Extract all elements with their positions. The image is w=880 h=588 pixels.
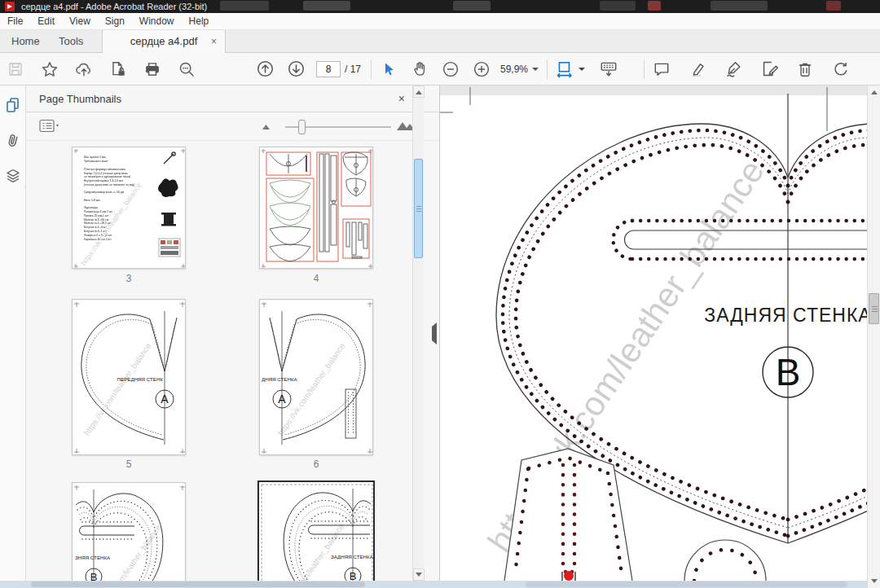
highlight-button[interactable]: [685, 57, 710, 81]
favorites-button[interactable]: [37, 57, 62, 81]
page-thumbnails-panel-button[interactable]: [4, 96, 22, 114]
delete-pages-button[interactable]: [793, 57, 817, 81]
collapse-panel-button[interactable]: [428, 327, 437, 341]
panel-scroll-up-button[interactable]: [413, 86, 425, 98]
zoom-dropdown-caret-icon[interactable]: [532, 68, 539, 74]
page-pencil-icon: [760, 59, 779, 78]
title-bar: сердце a4.pdf - Adobe Acrobat Reader (32…: [0, 0, 880, 13]
tab-tools[interactable]: Tools: [47, 30, 95, 53]
navigation-rail: [0, 86, 26, 581]
arrow-down-icon: [416, 573, 422, 580]
rotate-pages-button[interactable]: [829, 57, 853, 81]
tab-home[interactable]: Home: [0, 30, 51, 53]
svg-text:ПЕРЕДНЯЯ СТЕНК: ПЕРЕДНЯЯ СТЕНК: [117, 376, 164, 382]
minus-circle-icon: [442, 60, 460, 78]
thumbnail-page-4-number[interactable]: 4: [259, 273, 373, 284]
document-scrollbar-thumb[interactable]: [869, 293, 879, 324]
protect-file-button[interactable]: [106, 57, 130, 81]
acrobat-app-icon: [5, 2, 15, 11]
toolbar-separator: [371, 59, 372, 79]
fountain-pen-icon: [724, 59, 743, 78]
scroll-up-button[interactable]: [868, 86, 880, 99]
layers-panel-button[interactable]: [4, 167, 22, 185]
document-scrollbar[interactable]: [867, 86, 880, 588]
share-file-button[interactable]: [72, 57, 96, 81]
document-view[interactable]: https://vk.com/leather_balance: [440, 86, 867, 581]
menu-help[interactable]: Help: [182, 13, 217, 27]
menu-bar: FileEditViewSignWindowHelp: [0, 13, 880, 30]
panel-scrollbar-thumb[interactable]: [414, 159, 423, 258]
previous-page-button[interactable]: [253, 57, 277, 81]
attachments-panel-button[interactable]: [4, 132, 22, 150]
menu-view[interactable]: View: [62, 13, 98, 27]
thumbnail-page-4[interactable]: [259, 147, 373, 269]
svg-text:A: A: [161, 393, 169, 406]
thumbnail-page-6[interactable]: https://vk.com/leather_balance ДНЯЯ СТЕН…: [259, 299, 373, 455]
save-button[interactable]: [3, 57, 28, 81]
hand-icon: [411, 60, 429, 77]
pdf-page-8: https://vk.com/leather_balance: [440, 86, 867, 581]
background-artifact: [648, 1, 661, 11]
thumbnail-page-5-number[interactable]: 5: [72, 459, 186, 470]
menu-sign[interactable]: Sign: [98, 13, 132, 27]
star-icon: [41, 60, 59, 78]
thumbnail-list: Шаг пробоя 5 мм Требования к коже Плотна…: [26, 141, 412, 581]
file-lock-icon: [109, 60, 127, 78]
zoom-in-button[interactable]: [469, 57, 494, 81]
page4-graphics: [260, 147, 373, 269]
menu-edit[interactable]: Edit: [30, 13, 62, 27]
rotate-icon: [832, 60, 850, 78]
thumbnail-page-3[interactable]: Шаг пробоя 5 мм Требования к коже Плотна…: [72, 147, 186, 269]
zoom-out-button[interactable]: [438, 57, 463, 81]
menu-file[interactable]: File: [0, 13, 30, 27]
document-hscrollbar-thumb[interactable]: [526, 581, 847, 587]
reading-mode-button[interactable]: [596, 57, 621, 81]
panel-scroll-down-button[interactable]: [413, 568, 425, 581]
panel-scrollbar[interactable]: [412, 86, 424, 581]
fit-dropdown-caret-icon[interactable]: [579, 68, 585, 74]
page-total-label: / 17: [345, 64, 361, 75]
close-tab-icon[interactable]: ×: [211, 30, 217, 53]
save-icon: [7, 61, 24, 77]
menu-window[interactable]: Window: [132, 13, 182, 27]
thumbnail-size-slider-thumb[interactable]: [298, 120, 306, 134]
fit-width-icon: [555, 59, 574, 79]
search-button[interactable]: [174, 57, 199, 81]
zoom-level-value[interactable]: 59,9%: [500, 64, 528, 75]
fit-width-button[interactable]: [552, 57, 577, 81]
hand-tool-button[interactable]: [407, 57, 432, 81]
background-artifact: [711, 1, 768, 11]
options-list-icon: [39, 119, 60, 134]
horizontal-scrollbar[interactable]: [0, 581, 867, 588]
thumbnail-page-6-number[interactable]: 6: [259, 459, 373, 470]
scroll-down-button[interactable]: [868, 575, 880, 588]
comment-button[interactable]: [649, 57, 674, 81]
page-up-icon: [256, 59, 275, 78]
background-artifact: [826, 1, 841, 11]
panel-hscrollbar-thumb[interactable]: [31, 581, 365, 587]
tab-document[interactable]: сердце a4.pdf ×: [102, 30, 226, 53]
zoom-out-thumbnails-icon[interactable]: [261, 121, 274, 131]
page-thumbnails-icon: [4, 96, 22, 114]
arrow-up-icon: [416, 87, 422, 94]
panel-header: Page Thumbnails ×: [26, 86, 439, 112]
thumbnail-page-5[interactable]: https://vk.com/leather_balance ПЕРЕДНЯЯ …: [72, 299, 186, 455]
thumbnail-page-3-number[interactable]: 3: [72, 273, 186, 284]
cursor-icon: [381, 61, 397, 77]
thumbnail-options-button[interactable]: [39, 119, 60, 134]
fill-sign-button[interactable]: [721, 57, 746, 81]
layers-icon: [4, 167, 22, 185]
panel-title: Page Thumbnails: [39, 93, 121, 105]
panel-close-icon[interactable]: ×: [398, 86, 405, 112]
trash-icon: [796, 60, 814, 78]
page7-graphics: https://vk.com/leather_balance ЗНЯЯ СТЕН…: [73, 483, 186, 581]
marker-dot: [564, 571, 574, 581]
background-artifact: [453, 1, 491, 11]
edit-pdf-button[interactable]: [757, 57, 781, 81]
select-tool-button[interactable]: [376, 57, 401, 81]
print-button[interactable]: [140, 57, 165, 81]
page-number-input[interactable]: 8: [316, 61, 341, 77]
thumbnail-page-7[interactable]: https://vk.com/leather_balance ЗНЯЯ СТЕН…: [72, 482, 186, 581]
thumbnail-page-8-selected[interactable]: https://vk.com/leather_balance ЗАДНЯЯ СТ…: [257, 480, 375, 581]
next-page-button[interactable]: [284, 57, 308, 81]
